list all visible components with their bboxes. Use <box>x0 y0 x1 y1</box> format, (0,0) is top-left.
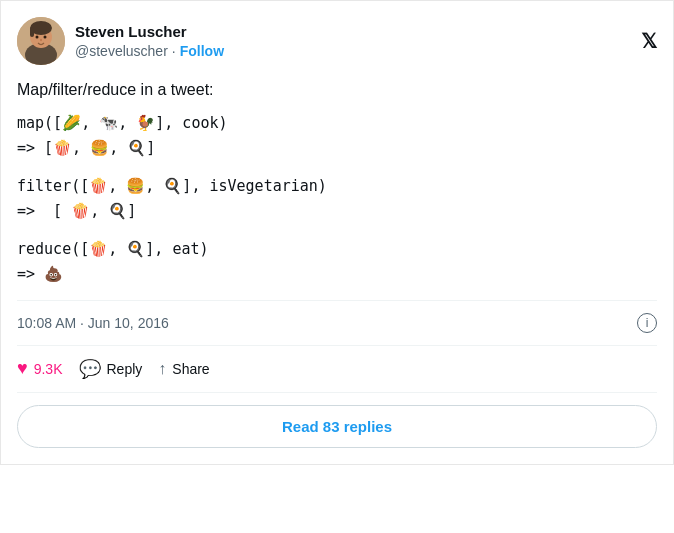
like-button[interactable]: ♥ 9.3K <box>17 358 63 379</box>
tweet-header-left: Steven Luscher @steveluscher · Follow <box>17 17 224 65</box>
filter-line-2: => [ 🍿, 🍳] <box>17 199 657 225</box>
svg-rect-4 <box>30 27 34 37</box>
share-label: Share <box>172 361 209 377</box>
filter-line-1: filter([🍿, 🍔, 🍳], isVegetarian) <box>17 174 657 200</box>
like-count: 9.3K <box>34 361 63 377</box>
x-logo-icon: 𝕏 <box>641 29 657 53</box>
reduce-line-1: reduce([🍿, 🍳], eat) <box>17 237 657 263</box>
timestamp-date: Jun 10, 2016 <box>88 315 169 331</box>
handle: @steveluscher <box>75 42 168 60</box>
display-name: Steven Luscher <box>75 22 224 42</box>
avatar <box>17 17 65 65</box>
svg-point-7 <box>40 39 42 41</box>
map-line-1: map([🌽, 🐄, 🐓], cook) <box>17 111 657 137</box>
tweet-header: Steven Luscher @steveluscher · Follow 𝕏 <box>17 17 657 65</box>
svg-point-5 <box>36 36 39 39</box>
timestamp-time: 10:08 AM <box>17 315 76 331</box>
timestamp-sep: · <box>80 315 84 331</box>
reply-button[interactable]: 💬 Reply <box>79 358 143 380</box>
timestamp-row: 10:08 AM · Jun 10, 2016 i <box>17 300 657 346</box>
follow-button[interactable]: Follow <box>180 42 224 60</box>
reduce-line-2: => 💩 <box>17 262 657 288</box>
read-replies-button[interactable]: Read 83 replies <box>17 405 657 448</box>
heart-icon: ♥ <box>17 358 28 379</box>
reduce-section: reduce([🍿, 🍳], eat) => 💩 <box>17 237 657 288</box>
separator-dot: · <box>172 42 176 60</box>
svg-point-6 <box>44 36 47 39</box>
tweet-card: Steven Luscher @steveluscher · Follow 𝕏 … <box>0 0 674 465</box>
filter-section: filter([🍿, 🍔, 🍳], isVegetarian) => [ 🍿, … <box>17 174 657 225</box>
user-info: Steven Luscher @steveluscher · Follow <box>75 22 224 60</box>
reply-icon: 💬 <box>79 358 101 380</box>
share-button[interactable]: ↑ Share <box>158 360 209 378</box>
tweet-intro: Map/filter/reduce in a tweet: <box>17 77 657 103</box>
share-icon: ↑ <box>158 360 166 378</box>
handle-follow-row: @steveluscher · Follow <box>75 42 224 60</box>
timestamp: 10:08 AM · Jun 10, 2016 <box>17 315 169 331</box>
info-icon[interactable]: i <box>637 313 657 333</box>
map-section: map([🌽, 🐄, 🐓], cook) => [🍿, 🍔, 🍳] <box>17 111 657 162</box>
map-line-2: => [🍿, 🍔, 🍳] <box>17 136 657 162</box>
reply-label: Reply <box>107 361 143 377</box>
actions-row: ♥ 9.3K 💬 Reply ↑ Share <box>17 346 657 393</box>
tweet-content: Map/filter/reduce in a tweet: map([🌽, 🐄,… <box>17 77 657 288</box>
